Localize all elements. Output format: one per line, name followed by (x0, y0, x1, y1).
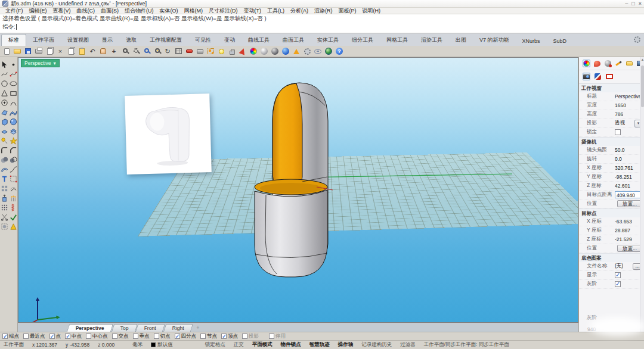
tab-render-tools[interactable]: 渲染工具 (414, 35, 449, 46)
rectangle-icon[interactable] (9, 88, 18, 98)
menu-help[interactable]: 说明(H) (360, 7, 384, 15)
zoom-selected-icon[interactable] (151, 46, 162, 57)
shaded-mode-icon[interactable] (259, 46, 270, 57)
sphere-icon[interactable] (9, 117, 18, 126)
lens-length-value[interactable]: 50.0 (615, 147, 625, 153)
boolean-difference-icon[interactable] (9, 155, 18, 164)
toggle-planar[interactable]: 平面模式 (252, 341, 273, 348)
target-place-button[interactable]: 放置... (617, 245, 642, 252)
paste-icon[interactable] (76, 46, 87, 57)
menu-solid-union[interactable]: 组合物件(U) (122, 7, 157, 15)
menu-render[interactable]: 渲染(R) (311, 7, 336, 15)
pin-icon[interactable] (0, 136, 9, 145)
reference-image-card[interactable] (125, 94, 212, 174)
point-icon[interactable] (9, 60, 18, 69)
library-tab-icon[interactable] (626, 60, 633, 67)
text-icon[interactable] (0, 174, 9, 183)
close-button[interactable]: × (639, 1, 642, 7)
rotate-view-icon[interactable]: ↻ (162, 46, 173, 57)
undo-icon[interactable]: ↶ (87, 46, 98, 57)
tab-standard[interactable]: 标准 (1, 34, 26, 46)
toggle-ortho[interactable]: 正交 (234, 341, 244, 348)
pipe-icon[interactable] (0, 164, 9, 174)
osnap-near[interactable]: 最近点 (23, 333, 45, 340)
tab-display[interactable]: 显示 (95, 35, 119, 46)
panel-scrollbar[interactable]: ▲ (640, 57, 644, 332)
copy-to-clipboard-icon[interactable] (44, 46, 55, 57)
osnap-vertex[interactable]: 顶点 (221, 333, 238, 340)
control-point-curve-icon[interactable] (9, 69, 18, 79)
zoom-icon[interactable] (119, 46, 130, 57)
cplane-button[interactable]: 工作平面 (4, 341, 24, 348)
wallpaper-show-checkbox[interactable] (615, 272, 621, 278)
target-x-value[interactable]: -63.653 (615, 219, 632, 225)
osnap-center[interactable]: 中心点 (86, 333, 108, 340)
camera-y-value[interactable]: -98.251 (615, 174, 632, 180)
toggle-record-history[interactable]: 记录建构历史 (361, 341, 392, 348)
check-icon[interactable] (9, 212, 18, 222)
toolbar-link-icon[interactable] (312, 46, 323, 57)
sweep-icon[interactable] (9, 107, 18, 117)
render-icon[interactable] (237, 46, 248, 57)
explode-icon[interactable] (9, 136, 18, 145)
save-icon[interactable] (23, 46, 33, 57)
tab-cplane[interactable]: 工作平面 (26, 35, 61, 46)
tab-subd-tools[interactable]: 细分工具 (345, 35, 380, 46)
new-file-icon[interactable] (1, 46, 12, 57)
camera-place-button[interactable]: 放置... (617, 200, 642, 207)
viewport-tab-perspective[interactable]: Perspective (67, 324, 113, 332)
tab-options-gear-icon[interactable] (634, 36, 640, 43)
toggle-filter[interactable]: 过滤器 (400, 341, 416, 348)
menu-panels[interactable]: 面板(P) (336, 7, 360, 15)
viewport-height-value[interactable]: 786 (615, 111, 623, 117)
viewport-title-value[interactable]: Perspective (615, 94, 641, 99)
menu-transform[interactable]: 变动(T) (241, 7, 265, 15)
helix-icon[interactable] (9, 202, 18, 212)
lock-icon[interactable] (227, 46, 237, 57)
minimize-button[interactable]: – (625, 1, 628, 7)
blend-icon[interactable] (9, 164, 18, 174)
curve-icon[interactable] (0, 69, 9, 79)
tab-mesh-tools[interactable]: 网格工具 (380, 35, 414, 46)
render-properties-tab-icon[interactable] (594, 73, 602, 80)
osnap-quadrant[interactable]: 四分点 (175, 333, 197, 340)
wallpaper-filename-value[interactable]: (无) (615, 263, 623, 270)
toggle-gumball[interactable]: 操作轴 (338, 341, 354, 348)
render-tab-icon[interactable] (593, 60, 601, 67)
osnap-knot[interactable]: 节点 (200, 333, 217, 340)
point-edit-icon[interactable] (9, 174, 18, 183)
scroll-up-icon[interactable]: ▲ (640, 58, 644, 61)
lightbulb-icon[interactable] (216, 46, 227, 57)
tab-curve-tools[interactable]: 曲线工具 (242, 35, 276, 46)
trim-icon[interactable] (0, 212, 9, 222)
toggle-smarttrack[interactable]: 智慧轨迹 (309, 341, 330, 348)
set-camera-icon[interactable] (194, 46, 205, 57)
camera-z-value[interactable]: 42.601 (615, 183, 630, 189)
viewport-title-dropdown[interactable]: Perspective ▾ (21, 59, 60, 67)
osnap-perpendicular[interactable]: 垂点 (133, 333, 150, 340)
emitter-icon[interactable] (9, 193, 18, 202)
tab-surface-tools[interactable]: 曲面工具 (276, 35, 311, 46)
offset-icon[interactable] (9, 183, 18, 193)
tab-select[interactable]: 选取 (119, 35, 143, 46)
box-icon[interactable] (0, 117, 9, 126)
chamfer-edge-icon[interactable] (9, 145, 18, 155)
copy-icon[interactable] (66, 46, 76, 57)
annotate-tab-icon[interactable] (615, 60, 623, 67)
move-icon[interactable]: + (109, 46, 119, 57)
menu-dimension[interactable]: 尺寸标注(D) (206, 7, 241, 15)
toggle-grid-snap[interactable]: 锁定格点 (205, 341, 225, 348)
tab-set-view[interactable]: 设置视图 (61, 35, 95, 46)
menu-view[interactable]: 查看(V) (50, 7, 74, 15)
viewport-tab-right[interactable]: Right (163, 324, 193, 332)
tab-transform[interactable]: 变动 (218, 35, 242, 46)
rotation-value[interactable]: 0.0 (615, 156, 622, 162)
maximize-button[interactable]: □ (631, 1, 634, 7)
perspective-viewport[interactable]: Perspective ▾ (18, 57, 578, 323)
menu-analyze[interactable]: 分析(A) (287, 7, 311, 15)
osnap-end[interactable]: 端点 (2, 333, 19, 340)
surface-icon[interactable] (0, 107, 9, 117)
cplane-grid-icon[interactable] (205, 46, 216, 57)
center-circle-icon[interactable] (0, 98, 9, 107)
viewport-tab-front[interactable]: Front (135, 324, 165, 332)
